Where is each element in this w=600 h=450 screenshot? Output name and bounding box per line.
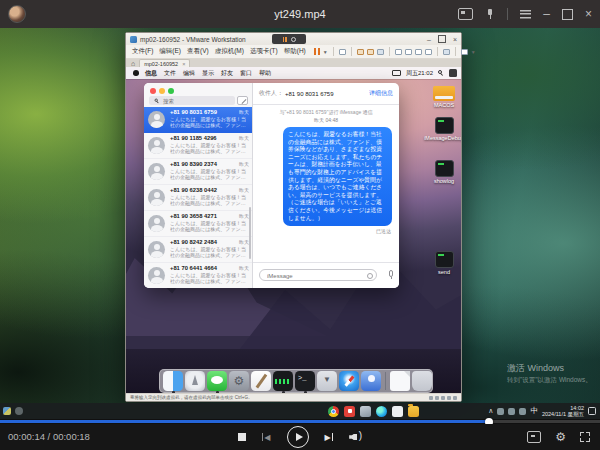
conversation-item[interactable]: +81 90 8242 2484昨天 こんにちは、親愛なるお客様！当社の金融商品… — [144, 237, 252, 263]
tray-collapse-icon[interactable]: ∧ — [488, 407, 493, 415]
dock-trash-icon[interactable] — [412, 371, 432, 391]
tray-ime-indicator[interactable]: 中 — [530, 406, 538, 416]
dock-messages-icon[interactable] — [207, 371, 227, 391]
menu-file[interactable]: 文件(F) — [132, 47, 153, 56]
apple-menu-icon[interactable] — [133, 70, 139, 76]
taskbar-gray-app-icon[interactable] — [360, 406, 371, 417]
macos-menu-window[interactable]: 窗口 — [240, 69, 252, 78]
hdd-status-icon[interactable] — [429, 396, 433, 400]
desktop-icon-send[interactable]: send — [422, 251, 461, 275]
menu-vm[interactable]: 虚拟机(M) — [215, 47, 244, 56]
previous-button[interactable]: ◀ — [262, 433, 271, 442]
dock-terminal-icon[interactable] — [295, 371, 315, 391]
conversation-item[interactable]: +81 90 3658 4271昨天 こんにちは、親愛なるお客様！当社の金融商品… — [144, 211, 252, 237]
vmware-maximize-button[interactable] — [438, 35, 446, 43]
settings-button[interactable]: ⚙ — [555, 431, 566, 443]
desktop-icon-macos[interactable]: MACOS — [422, 86, 461, 108]
menu-icon[interactable] — [520, 10, 531, 19]
stop-button[interactable] — [238, 433, 246, 441]
dock-activity-monitor-icon[interactable] — [273, 371, 293, 391]
thread-body[interactable]: 与"+81 90 8031 6759"进行 iMessage 通信 昨天 04:… — [253, 104, 399, 263]
macos-menu-file[interactable]: 文件 — [164, 69, 176, 78]
macos-menu-view[interactable]: 显示 — [202, 69, 214, 78]
usb-status-icon[interactable] — [447, 396, 451, 400]
unity-view-icon[interactable] — [425, 49, 432, 55]
macos-menu-buddies[interactable]: 好友 — [221, 69, 233, 78]
tray-clock[interactable]: 14:02 2024/11/1 星期五 — [542, 405, 584, 418]
compose-button[interactable] — [237, 96, 248, 105]
tray-icon[interactable] — [497, 408, 504, 415]
video-display-area[interactable]: mp02-160952 - VMware Workstation – × 文件(… — [0, 28, 600, 419]
taskbar-tray-app-icon[interactable] — [15, 407, 23, 415]
vm-power-dropdown-icon[interactable]: ▼ — [323, 49, 328, 55]
vmware-window[interactable]: mp02-160952 - VMware Workstation – × 文件(… — [125, 32, 462, 402]
menu-help[interactable]: 帮助(H) — [284, 47, 306, 56]
microphone-icon[interactable] — [389, 270, 393, 277]
display-status-icon[interactable] — [392, 70, 401, 76]
taskbar-red-app-icon[interactable] — [344, 406, 355, 417]
console-view-icon[interactable] — [405, 49, 412, 55]
taskbar-chrome-icon[interactable] — [328, 406, 339, 417]
menu-view[interactable]: 查看(V) — [187, 47, 209, 56]
search-input[interactable] — [163, 96, 229, 105]
tray-icon[interactable] — [508, 408, 515, 415]
taskbar-file-explorer-icon[interactable] — [408, 406, 419, 417]
emoji-icon[interactable] — [367, 273, 373, 279]
close-traffic-light[interactable] — [150, 88, 156, 94]
taskbar-edge-icon[interactable] — [376, 406, 387, 417]
macos-menu-help[interactable]: 帮助 — [259, 69, 271, 78]
macos-menu-edit[interactable]: 编辑 — [183, 69, 195, 78]
maximize-button[interactable] — [562, 9, 573, 20]
dock-contacts-icon[interactable] — [361, 371, 381, 391]
spotlight-search-icon[interactable] — [438, 70, 444, 76]
dock-installer-icon[interactable] — [317, 371, 337, 391]
menu-tabs[interactable]: 选项卡(T) — [250, 47, 278, 56]
input-menu-icon[interactable] — [449, 69, 457, 77]
vmware-titlebar[interactable]: mp02-160952 - VMware Workstation – × — [126, 33, 461, 45]
minimize-button[interactable]: – — [543, 8, 550, 20]
macos-menu-app[interactable]: 信息 — [145, 69, 157, 78]
dock-documents-icon[interactable] — [390, 371, 410, 391]
snapshot-manager-icon[interactable] — [377, 49, 384, 55]
seek-track[interactable] — [0, 420, 600, 423]
conversation-item[interactable]: +81 70 6441 4664昨天 こんにちは、親愛なるお客様！当社の金融商品… — [144, 263, 252, 288]
minimize-traffic-light[interactable] — [159, 88, 165, 94]
taskbar-widgets-icon[interactable] — [3, 407, 11, 415]
next-button[interactable]: ▶ — [325, 433, 334, 442]
fullscreen-view-icon[interactable] — [415, 49, 422, 55]
tray-icon[interactable] — [519, 408, 526, 415]
dock-textedit-icon[interactable] — [251, 371, 271, 391]
snapshot-take-icon[interactable] — [357, 49, 364, 55]
scene-capture-icon[interactable] — [458, 8, 473, 20]
imessage-input[interactable] — [265, 270, 364, 282]
macos-clock[interactable]: 周五21:02 — [406, 69, 433, 78]
desktop-icon-imessagedebug[interactable]: iMessageDebug — [422, 117, 461, 141]
zoom-traffic-light[interactable] — [168, 88, 174, 94]
play-button[interactable] — [287, 426, 309, 448]
show-library-icon[interactable] — [395, 49, 402, 55]
dock-safari-icon[interactable] — [339, 371, 359, 391]
messages-window[interactable]: +81 90 8031 6759昨天 こんにちは、親愛なるお客様！当社の金融商品… — [144, 83, 399, 288]
conversation-item[interactable]: +81 90 6238 0442昨天 こんにちは、親愛なるお客様！当社の金融商品… — [144, 185, 252, 211]
conversation-search[interactable] — [149, 96, 235, 105]
playlist-button[interactable] — [527, 431, 541, 443]
player-titlebar[interactable]: yt249.mp4 – × — [0, 0, 600, 28]
capture-icon[interactable] — [443, 49, 450, 55]
pin-icon[interactable] — [485, 9, 495, 19]
vmware-minimize-button[interactable]: – — [427, 36, 431, 43]
send-ctrl-alt-del-icon[interactable] — [339, 49, 346, 55]
conversation-item[interactable]: +81 90 8390 2374昨天 こんにちは、親愛なるお客様！当社の金融商品… — [144, 159, 252, 185]
conversation-item[interactable]: +81 90 8031 6759昨天 こんにちは、親愛なるお客様！当社の金融商品… — [144, 107, 252, 133]
menu-edit[interactable]: 编辑(E) — [159, 47, 181, 56]
taskbar-white-app-icon[interactable] — [392, 406, 403, 417]
close-button[interactable]: × — [585, 8, 592, 20]
sidebar-scrollbar[interactable] — [249, 207, 251, 259]
desktop-icon-showlog[interactable]: showlog — [422, 160, 461, 184]
conversation-item[interactable]: +81 90 1185 4296昨天 こんにちは、親愛なるお客様！当社の金融商品… — [144, 133, 252, 159]
dock-launchpad-icon[interactable] — [185, 371, 205, 391]
volume-icon[interactable] — [349, 432, 362, 442]
vm-guest-screen[interactable]: 信息 文件 编辑 显示 好友 窗口 帮助 周五21:02 — [126, 67, 461, 395]
vmware-close-button[interactable]: × — [453, 36, 457, 43]
vm-pause-button-icon[interactable] — [314, 48, 320, 55]
details-link[interactable]: 详细信息 — [369, 89, 393, 98]
